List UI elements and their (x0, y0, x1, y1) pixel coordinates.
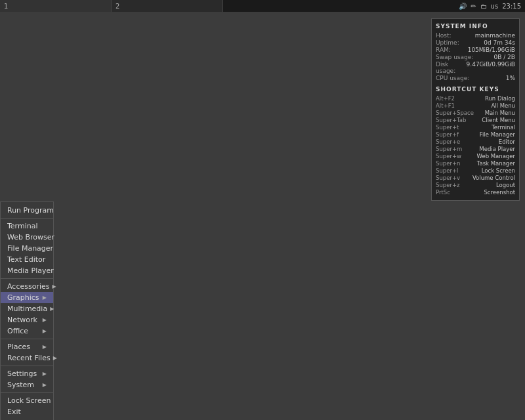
shortcut-val: Media Player (479, 146, 515, 152)
shortcut-key: Super+z (436, 182, 460, 188)
shortcut-val: Run Dialog (485, 95, 515, 102)
workspace-2-button[interactable]: 2 (112, 0, 223, 12)
menu-item-network[interactable]: Network▶ (1, 314, 53, 326)
menu-item-system[interactable]: System▶ (1, 379, 53, 390)
sysinfo-val: 1% (506, 75, 515, 81)
workspace-1-button[interactable]: 1 (0, 0, 112, 12)
menu-item-media-player[interactable]: Media Player (1, 265, 53, 276)
sysinfo-key: RAM: (436, 47, 451, 53)
menu-item-label: Network (7, 316, 37, 324)
shortcut-row: Super+vVolume Control (436, 175, 515, 181)
shortcut-row: Super+SpaceMain Menu (436, 110, 515, 116)
shortcut-row: Super+fFile Manager (436, 131, 515, 138)
volume-icon[interactable]: 🔊 (459, 3, 467, 10)
menu-item-label: System (7, 381, 34, 389)
menu-item-recent-files[interactable]: Recent Files▶ (1, 352, 53, 364)
shortcut-key: Super+w (436, 153, 461, 159)
sysinfo-val: 105MiB/1.96GiB (468, 47, 515, 53)
desktop: SYSTEM INFO Host:mainmachineUptime:0d 7m… (0, 12, 525, 420)
menu-item-exit[interactable]: Exit (1, 406, 53, 417)
menu-item-terminal[interactable]: Terminal (1, 220, 53, 232)
shortcut-key: Super+Space (436, 110, 474, 116)
edit-icon[interactable]: ✏ (471, 3, 476, 10)
shortcut-val: Logout (496, 182, 515, 188)
shortcuts-title: SHORTCUT KEYS (436, 86, 515, 93)
menu-item-label: Media Player (7, 266, 54, 275)
shortcut-row: Super+tTerminal (436, 124, 515, 131)
menu-item-text-editor[interactable]: Text Editor (1, 254, 53, 265)
submenu-arrow-icon: ▶ (53, 355, 57, 361)
submenu-arrow-icon: ▶ (43, 382, 47, 388)
shortcut-row: Super+wWeb Manager (436, 153, 515, 159)
sysinfo-row: RAM:105MiB/1.96GiB (436, 47, 515, 53)
shortcut-key: Super+t (436, 124, 459, 131)
shortcut-val: Task Manager (477, 160, 515, 167)
menu-item-places[interactable]: Places▶ (1, 341, 53, 352)
menu-item-graphics[interactable]: Graphics▶ (1, 292, 53, 303)
submenu-arrow-icon: ▶ (43, 295, 47, 301)
menu-item-file-manager[interactable]: File Manager (1, 243, 53, 254)
submenu-arrow-icon: ▶ (43, 371, 47, 377)
menu-item-label: Terminal (7, 222, 38, 230)
shortcut-val: Main Menu (485, 110, 515, 116)
sysinfo-val: 0d 7m 34s (484, 39, 515, 46)
shortcut-key: Super+l (436, 167, 458, 174)
username-label: us (491, 3, 499, 10)
menu-item-label: Graphics (7, 293, 39, 302)
menu-item-run-program[interactable]: Run Program (1, 205, 53, 216)
sysinfo-row: Uptime:0d 7m 34s (436, 39, 515, 46)
sysinfo-key: Host: (436, 32, 452, 39)
menu-item-settings[interactable]: Settings▶ (1, 368, 53, 379)
sysinfo-rows: Host:mainmachineUptime:0d 7m 34sRAM:105M… (436, 32, 515, 81)
sysinfo-title: SYSTEM INFO (436, 23, 515, 30)
shortcut-val: All Menu (491, 102, 515, 109)
folder-icon[interactable]: 🗀 (480, 3, 487, 10)
shortcut-row: Super+zLogout (436, 182, 515, 188)
shortcut-key: Super+e (436, 138, 460, 145)
menu-item-accessories[interactable]: Accessories▶ (1, 281, 53, 292)
app-menu: Run ProgramTerminalWeb BrowserFile Manag… (0, 201, 54, 420)
menu-item-multimedia[interactable]: Multimedia▶ (1, 303, 53, 314)
shortcut-row: Super+TabClient Menu (436, 117, 515, 123)
shortcut-row: Super+nTask Manager (436, 160, 515, 167)
menu-item-label: Accessories (7, 282, 49, 291)
menu-items: Run ProgramTerminalWeb BrowserFile Manag… (1, 205, 53, 417)
shortcut-key: PrtSc (436, 189, 450, 196)
shortcut-rows: Alt+F2Run DialogAlt+F1All MenuSuper+Spac… (436, 95, 515, 196)
menu-item-label: Multimedia (7, 304, 47, 313)
shortcut-val: Screenshot (484, 189, 515, 196)
submenu-arrow-icon: ▶ (43, 344, 47, 350)
submenu-arrow-icon: ▶ (43, 328, 47, 334)
workspace-buttons: 1 2 (0, 0, 223, 12)
sysinfo-key: Uptime: (436, 39, 459, 46)
menu-item-label: File Manager (7, 244, 53, 253)
menu-item-label: Lock Screen (7, 396, 51, 405)
shortcut-key: Super+n (436, 160, 460, 167)
submenu-arrow-icon: ▶ (52, 284, 56, 289)
sysinfo-row: Swap usage:0B / 2B (436, 54, 515, 60)
sysinfo-val: 0B / 2B (494, 54, 515, 60)
sysinfo-row: Disk usage:9.47GiB/0.99GiB (436, 61, 515, 74)
menu-item-web-browser[interactable]: Web Browser (1, 232, 53, 243)
shortcut-val: Volume Control (472, 175, 515, 181)
shortcut-row: PrtScScreenshot (436, 189, 515, 196)
shortcut-row: Alt+F2Run Dialog (436, 95, 515, 102)
workspace-2-label: 2 (116, 3, 119, 10)
sysinfo-panel: SYSTEM INFO Host:mainmachineUptime:0d 7m… (431, 18, 520, 201)
menu-item-label: Recent Files (7, 354, 51, 362)
shortcut-key: Super+v (436, 175, 460, 181)
menu-item-label: Text Editor (7, 255, 45, 264)
menu-item-office[interactable]: Office▶ (1, 326, 53, 337)
shortcut-val: Web Manager (477, 153, 516, 159)
shortcut-row: Super+mMedia Player (436, 146, 515, 152)
menu-separator (1, 392, 53, 393)
shortcut-val: Terminal (492, 124, 515, 131)
sysinfo-row: Host:mainmachine (436, 32, 515, 39)
shortcut-key: Super+Tab (436, 117, 466, 123)
shortcut-val: File Manager (480, 131, 515, 138)
taskbar: 1 2 🔊 ✏ 🗀 us 23:15 (0, 0, 525, 12)
menu-item-lock-screen[interactable]: Lock Screen (1, 395, 53, 406)
sysinfo-key: Disk usage: (436, 61, 467, 74)
shortcut-row: Super+eEditor (436, 138, 515, 145)
sysinfo-val: mainmachine (475, 32, 515, 39)
